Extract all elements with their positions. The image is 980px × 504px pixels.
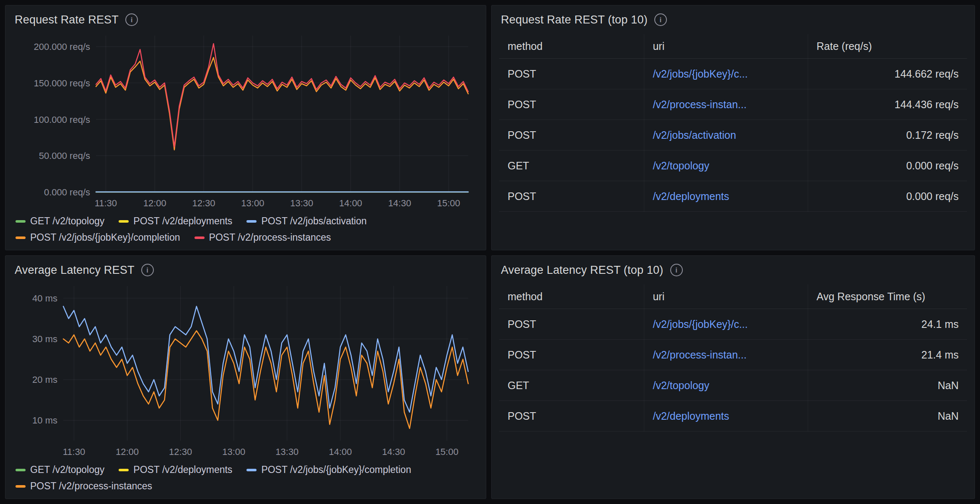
- svg-text:30 ms: 30 ms: [32, 334, 57, 344]
- legend-marker: [16, 485, 26, 488]
- svg-text:15:00: 15:00: [436, 447, 459, 457]
- legend-marker: [16, 469, 26, 471]
- latency-table: method uri Avg Response Time (s) POST /v…: [499, 284, 967, 431]
- cell-method: POST: [499, 59, 644, 89]
- svg-text:200.000 req/s: 200.000 req/s: [34, 42, 90, 52]
- legend-item[interactable]: POST /v2/jobs/activation: [246, 216, 366, 227]
- uri-link[interactable]: /v2/process-instan...: [653, 99, 799, 111]
- svg-text:11:30: 11:30: [63, 447, 85, 457]
- svg-text:20 ms: 20 ms: [32, 374, 57, 385]
- table-row: POST /v2/process-instan... 21.4 ms: [499, 340, 967, 370]
- svg-text:14:00: 14:00: [339, 198, 362, 208]
- table-row: POST /v2/process-instan... 144.436 req/s: [499, 89, 967, 120]
- svg-text:150.000 req/s: 150.000 req/s: [34, 78, 90, 88]
- latency-chart-canvas[interactable]: 11:3012:0012:3013:0013:3014:0014:3015:00…: [13, 279, 478, 460]
- table-header-row: method uri Avg Response Time (s): [499, 284, 967, 309]
- svg-text:12:30: 12:30: [169, 447, 192, 457]
- uri-link[interactable]: /v2/deployments: [653, 190, 799, 203]
- cell-value: NaN: [808, 401, 967, 431]
- cell-value: 0.000 req/s: [808, 181, 967, 212]
- legend-label: GET /v2/topology: [30, 216, 104, 227]
- column-header-method[interactable]: method: [499, 284, 644, 309]
- uri-link[interactable]: /v2/jobs/{jobKey}/c...: [653, 318, 799, 330]
- legend-marker: [16, 220, 26, 223]
- info-icon[interactable]: i: [125, 13, 138, 26]
- svg-text:40 ms: 40 ms: [32, 293, 57, 304]
- cell-value: 21.4 ms: [808, 340, 967, 370]
- cell-method: GET: [499, 151, 644, 181]
- info-icon[interactable]: i: [670, 264, 683, 276]
- table-row: GET /v2/topology NaN: [499, 370, 967, 401]
- legend-item[interactable]: POST /v2/deployments: [119, 216, 232, 227]
- column-header-rate[interactable]: Rate (req/s): [808, 34, 967, 59]
- request-rate-legend: GET /v2/topology POST /v2/deployments PO…: [13, 211, 478, 244]
- uri-link[interactable]: /v2/jobs/activation: [653, 129, 799, 141]
- svg-text:12:30: 12:30: [192, 198, 215, 208]
- svg-text:100.000 req/s: 100.000 req/s: [34, 114, 90, 125]
- column-header-avg-response[interactable]: Avg Response Time (s): [808, 284, 967, 309]
- svg-text:14:00: 14:00: [329, 447, 352, 457]
- table-row: POST /v2/deployments 0.000 req/s: [499, 181, 967, 212]
- cell-method: POST: [499, 401, 644, 431]
- cell-value: 0.172 req/s: [808, 120, 967, 151]
- panel-latency-table: Average Latency REST (top 10) i method u…: [491, 255, 975, 499]
- cell-method: POST: [499, 120, 644, 151]
- legend-label: POST /v2/jobs/activation: [261, 216, 366, 227]
- panel-header: Average Latency REST (top 10) i: [499, 261, 967, 279]
- latency-legend: GET /v2/topology POST /v2/deployments PO…: [13, 460, 478, 493]
- panel-request-rate-chart: Request Rate REST i 11:3012:0012:3013:00…: [5, 5, 486, 250]
- cell-value: NaN: [808, 370, 967, 401]
- svg-text:13:30: 13:30: [275, 447, 298, 457]
- table-header-row: method uri Rate (req/s): [499, 34, 967, 59]
- legend-label: POST /v2/process-instances: [209, 232, 331, 243]
- legend-item[interactable]: GET /v2/topology: [16, 464, 104, 475]
- info-icon[interactable]: i: [141, 264, 154, 276]
- request-rate-chart-canvas[interactable]: 11:3012:0012:3013:0013:3014:0014:3015:00…: [13, 29, 478, 211]
- table-row: POST /v2/jobs/{jobKey}/c... 144.662 req/…: [499, 59, 967, 89]
- legend-label: POST /v2/process-instances: [30, 481, 152, 492]
- panel-title[interactable]: Average Latency REST: [15, 264, 135, 277]
- legend-item[interactable]: POST /v2/jobs/{jobKey}/completion: [246, 464, 411, 475]
- svg-text:13:30: 13:30: [290, 198, 313, 208]
- cell-value: 24.1 ms: [808, 309, 967, 340]
- svg-text:15:00: 15:00: [437, 198, 460, 208]
- svg-text:14:30: 14:30: [388, 198, 411, 208]
- legend-label: GET /v2/topology: [30, 464, 104, 475]
- legend-item[interactable]: POST /v2/deployments: [119, 464, 232, 475]
- panel-title[interactable]: Average Latency REST (top 10): [501, 264, 664, 277]
- legend-item[interactable]: POST /v2/process-instances: [194, 232, 331, 243]
- svg-text:11:30: 11:30: [95, 198, 117, 208]
- legend-marker: [119, 220, 129, 223]
- cell-method: POST: [499, 309, 644, 340]
- uri-link[interactable]: /v2/topology: [653, 379, 799, 392]
- svg-text:12:00: 12:00: [143, 198, 166, 208]
- cell-method: POST: [499, 89, 644, 120]
- legend-item[interactable]: POST /v2/jobs/{jobKey}/completion: [16, 232, 180, 243]
- svg-text:14:30: 14:30: [382, 447, 405, 457]
- cell-method: POST: [499, 340, 644, 370]
- column-header-uri[interactable]: uri: [644, 284, 808, 309]
- legend-item[interactable]: POST /v2/process-instances: [16, 481, 152, 492]
- legend-marker: [246, 220, 257, 223]
- uri-link[interactable]: /v2/process-instan...: [653, 349, 799, 361]
- svg-text:50.000 req/s: 50.000 req/s: [39, 151, 90, 161]
- cell-method: GET: [499, 370, 644, 401]
- cell-value: 144.662 req/s: [808, 59, 967, 89]
- info-icon[interactable]: i: [654, 13, 667, 26]
- legend-item[interactable]: GET /v2/topology: [16, 216, 104, 227]
- table-row: POST /v2/jobs/{jobKey}/c... 24.1 ms: [499, 309, 967, 340]
- uri-link[interactable]: /v2/topology: [653, 160, 799, 172]
- uri-link[interactable]: /v2/deployments: [653, 410, 799, 422]
- svg-text:13:00: 13:00: [222, 447, 245, 457]
- latency-chart-svg: 11:3012:0012:3013:0013:3014:0014:3015:00…: [13, 279, 478, 460]
- legend-marker: [246, 469, 257, 471]
- table-row: POST /v2/deployments NaN: [499, 401, 967, 431]
- column-header-uri[interactable]: uri: [644, 34, 808, 59]
- svg-text:10 ms: 10 ms: [32, 415, 57, 426]
- dashboard: Request Rate REST i 11:3012:0012:3013:00…: [0, 0, 980, 504]
- legend-marker: [194, 236, 205, 239]
- panel-title[interactable]: Request Rate REST: [15, 13, 119, 26]
- uri-link[interactable]: /v2/jobs/{jobKey}/c...: [653, 68, 799, 80]
- column-header-method[interactable]: method: [499, 34, 644, 59]
- panel-title[interactable]: Request Rate REST (top 10): [501, 13, 648, 26]
